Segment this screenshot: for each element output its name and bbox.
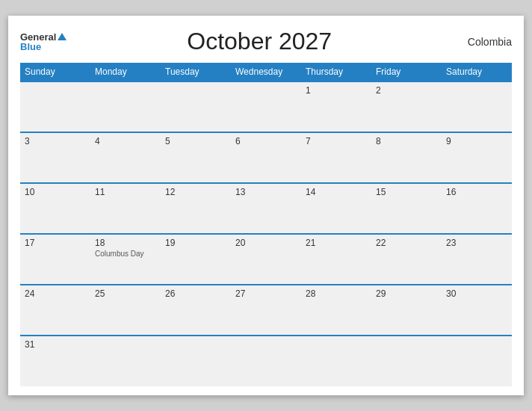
day-number: 27 [235, 288, 297, 299]
calendar-cell: 31 [20, 336, 90, 386]
day-number: 12 [165, 187, 226, 197]
col-friday: Friday [371, 63, 442, 81]
calendar-cell: 7 [301, 132, 371, 183]
calendar-cell: 16 [442, 183, 512, 234]
day-number: 5 [165, 136, 226, 146]
day-number: 16 [446, 187, 507, 197]
calendar-cell: 27 [231, 285, 301, 336]
calendar-cell: 22 [371, 234, 442, 285]
day-number: 21 [306, 238, 367, 248]
calendar-cell: 30 [442, 285, 512, 336]
col-sunday: Sunday [20, 63, 90, 81]
logo-triangle-icon [58, 33, 66, 40]
col-thursday: Thursday [301, 63, 371, 81]
calendar-cell: 5 [161, 132, 231, 183]
event-label: Columbus Day [95, 250, 156, 258]
day-number: 11 [95, 187, 156, 197]
day-number: 18 [95, 238, 156, 248]
calendar-header: General Blue October 2027 Colombia [20, 28, 512, 55]
day-number: 10 [25, 187, 86, 197]
day-number: 23 [446, 238, 507, 248]
day-number: 14 [306, 187, 367, 197]
logo: General Blue [20, 32, 66, 52]
day-number: 6 [235, 136, 297, 146]
day-number: 2 [376, 85, 437, 96]
day-number: 25 [95, 288, 156, 299]
calendar-cell: 4 [90, 132, 161, 183]
calendar-cell [231, 336, 301, 386]
logo-general-text: General [20, 32, 56, 42]
calendar-cell: 12 [161, 183, 231, 234]
day-number: 15 [376, 187, 437, 197]
calendar-title: October 2027 [66, 28, 452, 55]
logo-blue-text: Blue [20, 42, 41, 52]
col-wednesday: Wednesday [231, 63, 301, 81]
day-number: 26 [165, 288, 226, 299]
calendar-cell: 23 [442, 234, 512, 285]
calendar-cell [90, 81, 161, 132]
day-number: 22 [376, 238, 437, 248]
calendar-cell: 2 [371, 81, 442, 132]
calendar-cell [442, 336, 512, 386]
day-number: 20 [235, 238, 297, 248]
col-tuesday: Tuesday [161, 63, 231, 81]
calendar-cell [231, 81, 301, 132]
calendar-container: General Blue October 2027 Colombia Sunda… [8, 16, 524, 395]
calendar-cell: 28 [301, 285, 371, 336]
day-number: 8 [376, 136, 437, 146]
calendar-cell: 11 [90, 183, 161, 234]
calendar-cell: 14 [301, 183, 371, 234]
calendar-table: Sunday Monday Tuesday Wednesday Thursday… [20, 63, 512, 386]
day-number: 28 [306, 288, 367, 299]
calendar-cell: 25 [90, 285, 161, 336]
day-number: 19 [165, 238, 226, 248]
col-saturday: Saturday [442, 63, 512, 81]
day-number: 31 [25, 339, 86, 350]
calendar-cell [442, 81, 512, 132]
day-number: 9 [446, 136, 507, 146]
calendar-cell [90, 336, 161, 386]
calendar-cell: 6 [231, 132, 301, 183]
day-number: 13 [235, 187, 297, 197]
calendar-cell: 19 [161, 234, 231, 285]
calendar-cell [371, 336, 442, 386]
calendar-cell: 3 [20, 132, 90, 183]
day-number: 7 [306, 136, 367, 146]
calendar-cell: 15 [371, 183, 442, 234]
calendar-cell: 21 [301, 234, 371, 285]
col-monday: Monday [90, 63, 161, 81]
day-number: 30 [446, 288, 507, 299]
day-number: 24 [25, 288, 86, 299]
calendar-body: 123456789101112131415161718Columbus Day1… [20, 81, 512, 386]
day-number: 1 [306, 85, 367, 96]
country-label: Colombia [452, 36, 512, 48]
calendar-cell: 20 [231, 234, 301, 285]
day-number: 3 [25, 136, 86, 146]
day-number: 29 [376, 288, 437, 299]
calendar-cell [161, 81, 231, 132]
calendar-cell: 9 [442, 132, 512, 183]
calendar-cell [20, 81, 90, 132]
calendar-cell: 10 [20, 183, 90, 234]
calendar-cell: 8 [371, 132, 442, 183]
calendar-cell [301, 336, 371, 386]
day-number: 4 [95, 136, 156, 146]
calendar-cell [161, 336, 231, 386]
calendar-cell: 17 [20, 234, 90, 285]
day-number: 17 [25, 238, 86, 248]
calendar-cell: 18Columbus Day [90, 234, 161, 285]
calendar-cell: 29 [371, 285, 442, 336]
calendar-header-row: Sunday Monday Tuesday Wednesday Thursday… [20, 63, 512, 81]
calendar-cell: 26 [161, 285, 231, 336]
calendar-cell: 1 [301, 81, 371, 132]
calendar-cell: 24 [20, 285, 90, 336]
calendar-cell: 13 [231, 183, 301, 234]
